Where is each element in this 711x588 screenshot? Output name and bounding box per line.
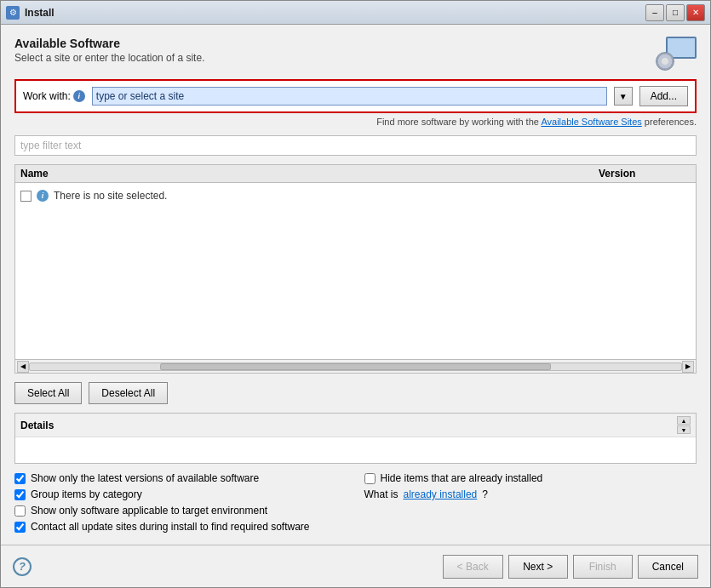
minimize-button[interactable]: – — [645, 4, 664, 21]
option-show-latest[interactable]: Show only the latest versions of availab… — [14, 472, 347, 484]
add-button[interactable]: Add... — [639, 86, 688, 106]
back-button[interactable]: < Back — [443, 555, 503, 579]
list-body: i There is no site selected. — [15, 183, 696, 359]
options-section: Show only the latest versions of availab… — [14, 472, 697, 533]
option-contact-sites-label: Contact all update sites during install … — [31, 521, 310, 533]
page-subtitle: Select a site or enter the location of a… — [14, 52, 204, 64]
option-show-latest-label: Show only the latest versions of availab… — [31, 472, 259, 484]
already-installed-prefix: What is — [364, 488, 399, 500]
option-hide-installed-checkbox[interactable] — [364, 473, 376, 484]
details-scroll-down[interactable]: ▼ — [677, 425, 691, 434]
maximize-button[interactable]: □ — [666, 4, 685, 21]
details-scroll-up[interactable]: ▲ — [677, 416, 691, 425]
cancel-button[interactable]: Cancel — [638, 555, 698, 579]
option-group-by-category-label: Group items by category — [31, 488, 142, 500]
software-sites-link-row: Find more software by working with the A… — [14, 117, 697, 127]
option-show-latest-checkbox[interactable] — [14, 473, 26, 484]
close-button[interactable]: ✕ — [686, 4, 705, 21]
work-with-row: Work with: i ▼ Add... — [14, 79, 697, 113]
horizontal-scrollbar[interactable]: ◀ ▶ — [15, 359, 696, 373]
option-hide-installed[interactable]: Hide items that are already installed — [364, 472, 697, 484]
options-right: Hide items that are already installed Wh… — [364, 472, 697, 533]
list-item: i There is no site selected. — [15, 188, 696, 203]
details-scroll-buttons: ▲ ▼ — [677, 416, 691, 434]
scrollbar-track[interactable] — [29, 363, 682, 371]
option-target-env-label: Show only software applicable to target … — [31, 505, 267, 517]
item-info-icon: i — [37, 190, 49, 202]
finish-button[interactable]: Finish — [573, 555, 633, 579]
details-header: Details ▲ ▼ — [15, 414, 696, 437]
column-header-version: Version — [593, 168, 696, 180]
work-with-info-icon[interactable]: i — [73, 90, 85, 102]
site-dropdown-arrow[interactable]: ▼ — [614, 87, 633, 106]
action-buttons: Select All Deselect All — [14, 382, 697, 404]
link-row-suffix: preferences. — [642, 117, 697, 127]
option-hide-installed-label: Hide items that are already installed — [381, 472, 543, 484]
install-window: ⚙ Install – □ ✕ Available Software Selec… — [0, 0, 711, 588]
window-icon: ⚙ — [6, 6, 20, 20]
item-checkbox[interactable] — [20, 191, 32, 202]
work-with-label: Work with: i — [23, 90, 85, 102]
link-row-prefix: Find more software by working with the — [376, 117, 541, 127]
select-all-button[interactable]: Select All — [14, 382, 82, 404]
title-bar: ⚙ Install – □ ✕ — [1, 1, 710, 25]
option-group-by-category-checkbox[interactable] — [14, 489, 26, 500]
deselect-all-button[interactable]: Deselect All — [89, 382, 168, 404]
already-installed-link[interactable]: already installed — [404, 488, 478, 500]
software-list-container: Name Version i There is no site selected… — [14, 164, 697, 374]
already-installed-suffix: ? — [482, 488, 488, 500]
details-label: Details — [20, 420, 54, 431]
option-contact-sites[interactable]: Contact all update sites during install … — [14, 521, 347, 533]
options-left: Show only the latest versions of availab… — [14, 472, 347, 533]
site-input[interactable] — [92, 87, 607, 106]
nav-buttons: < Back Next > Finish Cancel — [443, 555, 698, 579]
bottom-bar: ? < Back Next > Finish Cancel — [1, 545, 710, 587]
option-group-by-category[interactable]: Group items by category — [14, 488, 347, 500]
details-body — [15, 437, 696, 463]
help-button[interactable]: ? — [13, 557, 32, 576]
filter-box[interactable]: type filter text — [14, 135, 697, 156]
window-controls: – □ ✕ — [645, 4, 705, 21]
details-section: Details ▲ ▼ — [14, 413, 697, 464]
header-icon — [656, 37, 697, 71]
already-installed-link-row: What is already installed? — [364, 488, 697, 500]
scroll-left-arrow[interactable]: ◀ — [17, 361, 29, 373]
option-contact-sites-checkbox[interactable] — [14, 522, 26, 533]
available-software-sites-link[interactable]: Available Software Sites — [541, 117, 641, 127]
filter-placeholder: type filter text — [20, 140, 81, 151]
option-target-env[interactable]: Show only software applicable to target … — [14, 505, 347, 517]
item-text: There is no site selected. — [54, 190, 167, 202]
scrollbar-thumb[interactable] — [160, 363, 551, 370]
main-content: Available Software Select a site or ente… — [1, 25, 710, 545]
next-button[interactable]: Next > — [508, 555, 568, 579]
option-target-env-checkbox[interactable] — [14, 505, 26, 517]
header-section: Available Software Select a site or ente… — [14, 37, 697, 71]
header-text: Available Software Select a site or ente… — [14, 37, 204, 64]
cd-monitor-graphic — [656, 37, 697, 71]
list-header: Name Version — [15, 165, 696, 183]
page-title: Available Software — [14, 37, 204, 50]
window-title: Install — [25, 7, 645, 19]
column-header-name: Name — [15, 168, 593, 180]
cd-shape — [656, 52, 674, 71]
scroll-right-arrow[interactable]: ▶ — [682, 361, 694, 373]
